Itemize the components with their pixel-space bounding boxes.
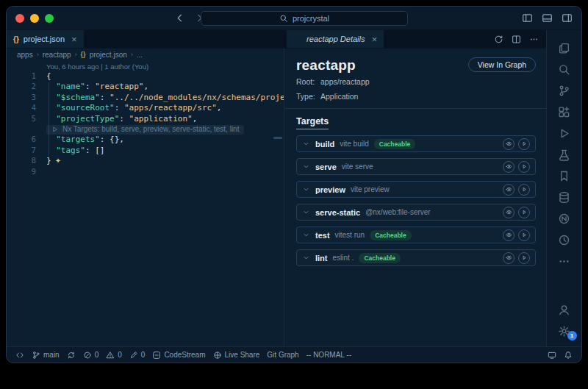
- view-target-button[interactable]: [503, 207, 514, 218]
- breadcrumb[interactable]: apps›reactapp›{}project.json›...: [7, 49, 284, 60]
- screen-icon: [548, 351, 556, 360]
- activity-item-files[interactable]: [550, 38, 579, 58]
- status-remote[interactable]: [15, 351, 24, 360]
- target-row-test[interactable]: testvitest runCacheable: [296, 226, 536, 243]
- code-segment: [124, 114, 129, 124]
- nx-targets-hint[interactable]: Nx Targets: build, serve, preview, serve…: [46, 125, 244, 135]
- back-button[interactable]: [174, 13, 185, 24]
- status-git-graph[interactable]: Git Graph: [267, 351, 298, 359]
- activity-item-search[interactable]: [550, 59, 579, 79]
- view-target-button[interactable]: [503, 229, 514, 241]
- code-segment: [46, 82, 56, 92]
- activity-item-extensions[interactable]: [550, 101, 579, 122]
- code-segment: "sourceRoot": [56, 103, 114, 113]
- activity-item-gear[interactable]: 1: [550, 321, 579, 341]
- status-notifications[interactable]: [564, 351, 573, 360]
- status-sync[interactable]: [67, 351, 76, 360]
- line-content: {: [36, 71, 51, 82]
- status-screencast[interactable]: [548, 351, 556, 360]
- more-button[interactable]: [529, 35, 539, 44]
- activity-item-bookmarks[interactable]: [550, 165, 579, 186]
- activity-item-more[interactable]: [550, 251, 579, 271]
- tab-reactapp-details[interactable]: reactapp Details ×: [287, 30, 384, 48]
- view-target-button[interactable]: [503, 161, 514, 173]
- target-row-serve-static[interactable]: serve-static@nx/web:file-server: [296, 204, 536, 221]
- activity-item-source-control[interactable]: [550, 80, 579, 101]
- command-center-search[interactable]: projcrystal: [201, 11, 408, 26]
- layout-sidebar-icon: [522, 13, 533, 24]
- activity-item-nx-console[interactable]: [550, 208, 579, 229]
- run-target-button[interactable]: [518, 161, 530, 173]
- source-control-icon: [558, 85, 570, 97]
- code-segment: "apps/reactapp/src": [124, 103, 217, 113]
- error-icon: [83, 351, 92, 360]
- activity-item-account[interactable]: [550, 299, 579, 320]
- activity-item-testing[interactable]: [550, 144, 579, 165]
- code-segment: "tags": [56, 146, 85, 156]
- run-target-button[interactable]: [518, 138, 530, 150]
- line-content: "name": "reactapp",: [36, 82, 148, 92]
- close-icon[interactable]: ×: [71, 35, 77, 44]
- codelens[interactable]: You, 6 hours ago | 1 author (You): [7, 62, 284, 71]
- status-bar-right: [548, 351, 573, 360]
- code-segment: "reactapp": [95, 82, 143, 92]
- code-segment: }: [46, 156, 51, 166]
- target-row-serve[interactable]: servevite serve: [296, 158, 536, 175]
- view-in-graph-button[interactable]: View In Graph: [468, 57, 536, 72]
- close-window-button[interactable]: [15, 14, 24, 23]
- breadcrumb-item[interactable]: ...: [137, 51, 143, 59]
- code-segment: ,: [193, 114, 198, 124]
- layout-sidebar-button[interactable]: [522, 13, 533, 24]
- target-row-lint[interactable]: linteslint .Cacheable: [296, 249, 536, 266]
- status-codestream[interactable]: CodeStream: [152, 351, 205, 360]
- zoom-window-button[interactable]: [45, 14, 54, 23]
- view-target-button[interactable]: [503, 184, 514, 196]
- activity-item-history[interactable]: [550, 229, 579, 250]
- chevron-down-icon: [302, 140, 310, 148]
- layout-panel-button[interactable]: [542, 13, 553, 24]
- panel-header: reactapp View In Graph: [296, 57, 536, 75]
- minimize-window-button[interactable]: [30, 14, 39, 23]
- breadcrumb-item[interactable]: project.json: [90, 51, 127, 59]
- warning-icon: [106, 351, 115, 360]
- more-icon: [558, 255, 570, 268]
- tab-label: project.json: [24, 35, 65, 43]
- editor-panel-stack: {} project.json × reactapp Details ×: [7, 30, 546, 346]
- code-segment: "name": [56, 82, 85, 92]
- status-live-share[interactable]: Live Share: [213, 351, 260, 360]
- indent-guide: [49, 82, 49, 157]
- status-problems-warnings[interactable]: 0: [106, 351, 122, 360]
- status-bar: main000CodeStreamLive ShareGit Graph-- N…: [7, 346, 581, 363]
- status-git-branch[interactable]: main: [32, 351, 60, 360]
- view-target-button[interactable]: [503, 252, 514, 264]
- status-problems-errors[interactable]: 0: [83, 351, 99, 360]
- layout-right-button[interactable]: [562, 13, 573, 24]
- target-row-build[interactable]: buildvite buildCacheable: [296, 135, 536, 152]
- ai-sparkle-icon[interactable]: ✦: [55, 156, 61, 166]
- json-file-icon: {}: [13, 35, 19, 43]
- search-icon: [279, 14, 288, 23]
- status-vim-mode[interactable]: -- NORMAL --: [306, 351, 351, 359]
- breadcrumb-item[interactable]: apps: [17, 51, 33, 59]
- chevron-down-icon: [302, 163, 310, 171]
- search-icon: [558, 63, 570, 76]
- remote-icon: [15, 351, 24, 360]
- breadcrumb-item[interactable]: reactapp: [43, 51, 71, 59]
- split-editor-button[interactable]: [512, 35, 521, 44]
- tab-project-json[interactable]: {} project.json ×: [7, 30, 85, 48]
- run-target-button[interactable]: [518, 184, 530, 196]
- status-tasks[interactable]: 0: [129, 351, 146, 360]
- run-target-button[interactable]: [518, 229, 530, 241]
- code-segment: {}: [110, 135, 119, 145]
- scrollbar-thumb[interactable]: [273, 137, 282, 139]
- view-target-button[interactable]: [503, 138, 514, 150]
- editor[interactable]: You, 6 hours ago | 1 author (You) 1{2 "n…: [7, 60, 284, 346]
- activity-item-database[interactable]: [550, 187, 579, 207]
- targets-heading: Targets: [296, 116, 329, 129]
- target-row-preview[interactable]: previewvite preview: [296, 181, 536, 198]
- run-target-button[interactable]: [518, 252, 530, 264]
- close-icon[interactable]: ×: [372, 35, 378, 44]
- activity-item-debug[interactable]: [550, 123, 579, 143]
- run-target-button[interactable]: [518, 207, 530, 218]
- refresh-button[interactable]: [494, 35, 503, 44]
